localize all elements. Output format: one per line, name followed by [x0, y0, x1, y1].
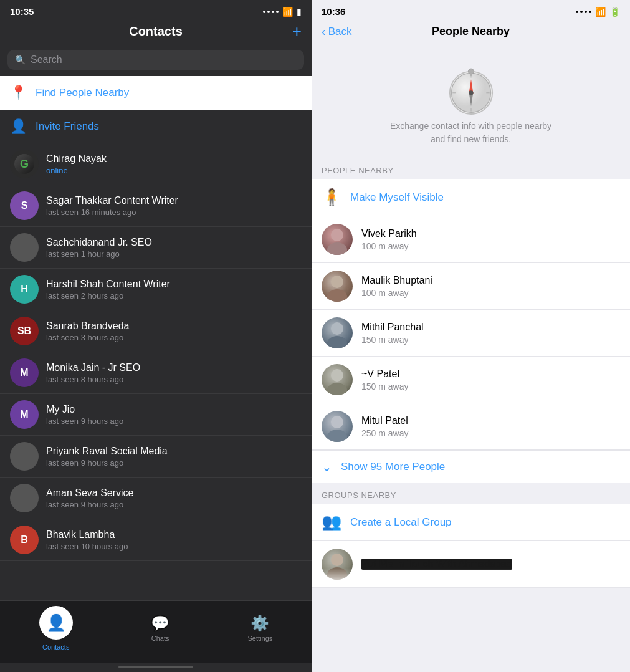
left-panel: 10:35 📶 ▮ Contacts + 🔍 Search 📍 Find Peo…: [0, 0, 312, 672]
avatar-chirag: G: [10, 150, 39, 178]
contact-status: last seen 9 hours ago: [46, 458, 168, 468]
contact-name: Sagar Thakkar Content Writer: [46, 195, 178, 206]
contact-status: last seen 10 hours ago: [46, 542, 128, 551]
nearby-info-vivek: Vivek Parikh 100 m away: [361, 228, 417, 251]
nearby-name: Mithil Panchal: [361, 322, 424, 333]
create-local-group-label: Create a Local Group: [350, 516, 452, 529]
contact-name: Harshil Shah Content Writer: [46, 279, 170, 290]
svg-point-18: [331, 369, 343, 382]
avatar-mithil: [322, 317, 353, 348]
invite-friends-label: Invite Friends: [36, 120, 99, 133]
nearby-item-vpatel[interactable]: ~V Patel 150 m away: [312, 357, 630, 403]
svg-point-22: [331, 554, 343, 566]
dot4: [276, 11, 279, 13]
back-label: Back: [328, 26, 352, 38]
nearby-item-maulik[interactable]: Maulik Bhuptani 100 m away: [312, 263, 630, 310]
put-in-touch-item[interactable]: Put Me In Touch With Ahmedabad: [312, 541, 630, 588]
contact-item-saurab[interactable]: SB Saurab Brandveda last seen 3 hours ag…: [0, 310, 312, 352]
dot2: [267, 11, 270, 13]
home-indicator-left: [118, 666, 193, 668]
add-contact-button[interactable]: +: [292, 22, 302, 41]
create-local-group-item[interactable]: 👥 Create a Local Group: [312, 504, 630, 541]
contact-info-harshil: Harshil Shah Content Writer last seen 2 …: [46, 279, 170, 300]
contact-item-bhavik[interactable]: B Bhavik Lambha last seen 10 hours ago: [0, 519, 312, 561]
contact-info-myjio: My Jio last seen 9 hours ago: [46, 404, 123, 426]
make-visible-label: Make Myself Visible: [350, 191, 444, 204]
tab-contacts-label: Contacts: [42, 643, 69, 651]
tab-chats[interactable]: 💬 Chats: [151, 615, 169, 642]
nearby-distance: 100 m away: [361, 241, 417, 251]
contact-info-chirag: Chirag Nayak online: [46, 153, 107, 175]
avatar-img-maulik: [322, 271, 353, 302]
contact-item-priyank[interactable]: Priyank Raval Social Media last seen 9 h…: [0, 436, 312, 478]
contacts-tab-icon: 👤: [46, 613, 66, 633]
nearby-distance: 250 m away: [361, 428, 408, 438]
avatar-sacchi: [10, 233, 39, 262]
avatar-vivek: [322, 224, 353, 255]
create-group-icon: 👥: [322, 512, 341, 532]
invite-friends-item[interactable]: 👤 Invite Friends: [0, 110, 312, 143]
contact-item-harshil[interactable]: H Harshil Shah Content Writer last seen …: [0, 269, 312, 310]
contact-info-bhavik: Bhavik Lambha last seen 10 hours ago: [46, 529, 128, 551]
nearby-item-mithil[interactable]: Mithil Panchal 150 m away: [312, 310, 630, 357]
find-people-nearby-item[interactable]: 📍 Find People Nearby: [0, 76, 312, 110]
status-icons-right: 📶 🔋: [576, 7, 620, 17]
search-icon: 🔍: [15, 55, 26, 65]
nearby-name: ~V Patel: [361, 368, 408, 380]
avatar-img-mithil: [322, 317, 353, 348]
svg-point-21: [327, 430, 347, 442]
nearby-info-vpatel: ~V Patel 150 m away: [361, 368, 408, 391]
avatar-mitul: [322, 411, 353, 442]
contact-item-sagar[interactable]: S Sagar Thakkar Content Writer last seen…: [0, 185, 312, 227]
nearby-item-vivek[interactable]: Vivek Parikh 100 m away: [312, 216, 630, 263]
avatar-maulik: [322, 271, 353, 302]
people-nearby-section-header: PEOPLE NEARBY: [312, 158, 630, 179]
contact-info-monika: Monika Jain - Jr SEO last seen 8 hours a…: [46, 362, 140, 384]
right-panel: 10:36 📶 🔋 ‹ Back People Nearby: [312, 0, 630, 672]
svg-point-19: [327, 383, 347, 395]
contact-item-chirag[interactable]: G Chirag Nayak online: [0, 143, 312, 185]
contact-item-sacchi[interactable]: Sachchidanand Jr. SEO last seen 1 hour a…: [0, 227, 312, 269]
compass-section: Exchange contact info with people nearby…: [312, 45, 630, 158]
groups-list: 👥 Create a Local Group Put Me In Touch W…: [312, 504, 630, 588]
nearby-item-mitul[interactable]: Mitul Patel 250 m away: [312, 403, 630, 450]
avatar-letter: M: [20, 367, 28, 378]
contact-status: last seen 16 minutes ago: [46, 208, 178, 217]
tab-settings[interactable]: ⚙️ Settings: [248, 615, 273, 642]
avatar-letter: B: [21, 534, 28, 545]
avatar-img-vpatel: [322, 364, 353, 395]
svg-point-20: [331, 416, 343, 428]
back-button[interactable]: ‹ Back: [322, 24, 351, 39]
make-visible-item[interactable]: 🧍 Make Myself Visible: [312, 179, 630, 216]
bottom-tab-bar: 👤 Contacts 💬 Chats ⚙️ Settings: [0, 600, 312, 663]
nearby-name: Vivek Parikh: [361, 228, 417, 239]
wifi-icon-right: 📶: [595, 7, 606, 17]
dot1: [576, 11, 578, 13]
nearby-name: Mitul Patel: [361, 415, 408, 426]
chirag-logo: G: [20, 158, 29, 171]
contacts-title: Contacts: [129, 24, 183, 39]
svg-point-8: [469, 90, 473, 95]
contact-item-aman[interactable]: Aman Seva Service last seen 9 hours ago: [0, 478, 312, 519]
compass-icon: [443, 64, 499, 120]
location-pin-icon: 📍: [10, 85, 27, 101]
settings-tab-icon: ⚙️: [251, 615, 269, 632]
show-more-item[interactable]: ⌄ Show 95 More People: [312, 450, 630, 483]
search-placeholder: Search: [31, 54, 62, 65]
contact-item-monika[interactable]: M Monika Jain - Jr SEO last seen 8 hours…: [0, 352, 312, 394]
status-time-right: 10:36: [322, 6, 345, 17]
avatar-inner: G: [14, 154, 34, 174]
status-bar-right: 10:36 📶 🔋: [312, 0, 630, 21]
search-bar-container: 🔍 Search: [0, 45, 312, 76]
search-bar[interactable]: 🔍 Search: [7, 50, 304, 70]
wifi-icon-left: 📶: [282, 7, 293, 17]
status-bar-left: 10:35 📶 ▮: [0, 0, 312, 21]
tab-contacts[interactable]: 👤 Contacts: [39, 606, 73, 651]
contact-item-myjio[interactable]: M My Jio last seen 9 hours ago: [0, 394, 312, 436]
people-nearby-title: People Nearby: [432, 25, 510, 38]
contact-status: last seen 1 hour ago: [46, 249, 152, 259]
avatar-aman: [10, 484, 39, 512]
avatar-letter: SB: [17, 325, 31, 337]
avatar-priyank: [10, 442, 39, 471]
contact-status: last seen 3 hours ago: [46, 333, 129, 342]
